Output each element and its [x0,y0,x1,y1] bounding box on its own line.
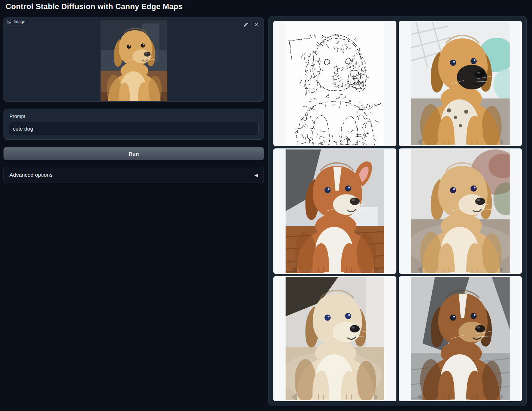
generated-image [411,22,510,145]
edit-image-button[interactable] [242,21,250,28]
generated-image [411,277,510,400]
input-image-panel: Image [3,17,264,102]
image-label: Image [4,18,29,26]
prompt-label: Prompt [9,113,258,119]
generated-image [411,149,510,273]
gallery-item-3[interactable] [273,148,396,273]
prompt-panel: Prompt [3,109,264,140]
clear-image-button[interactable] [252,21,260,28]
image-icon [7,19,12,24]
run-button[interactable]: Run [3,147,264,160]
gallery-item-6[interactable] [399,276,522,401]
pencil-icon [243,22,249,27]
generated-image [286,149,384,273]
advanced-options-accordion[interactable]: Advanced options ◀ [3,167,264,183]
input-image-thumbnail[interactable] [100,20,167,101]
advanced-options-label: Advanced options [9,172,52,178]
triangle-left-icon: ◀ [254,173,258,177]
image-label-text: Image [14,19,25,24]
gallery-item-2[interactable] [399,21,522,146]
x-icon [254,22,259,27]
gallery-grid [273,21,522,401]
output-gallery [268,16,527,406]
gallery-item-4[interactable] [399,148,522,273]
page-title: Control Stable Diffusion with Canny Edge… [6,2,182,11]
edge-map-image [286,22,384,145]
prompt-input[interactable] [9,122,259,135]
gallery-item-1[interactable] [273,21,396,146]
generated-image [286,277,384,400]
gallery-item-5[interactable] [273,276,396,401]
